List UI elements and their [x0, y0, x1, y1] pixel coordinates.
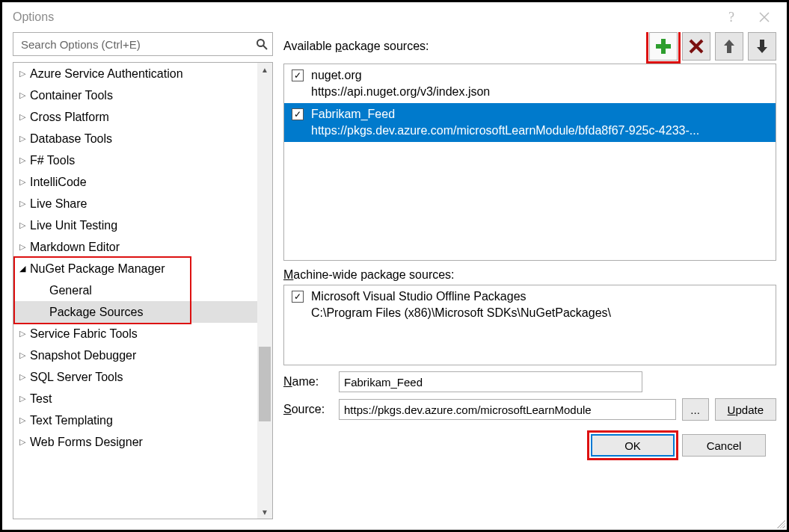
- options-tree: ▷Azure Service Authentication▷Container …: [13, 62, 273, 519]
- close-button[interactable]: [748, 6, 781, 28]
- tree-item[interactable]: Package Sources: [13, 301, 257, 323]
- tree-item-label: Package Sources: [28, 306, 143, 319]
- tree-item[interactable]: ▷IntelliCode: [13, 171, 257, 193]
- tree-item-label: Cross Platform: [28, 111, 109, 124]
- tree-item-label: Web Forms Designer: [28, 436, 143, 449]
- tree-item-label: Service Fabric Tools: [28, 327, 138, 341]
- tree-item[interactable]: ▷SQL Server Tools: [13, 366, 257, 388]
- available-sources-label: Available package sources:: [283, 40, 649, 53]
- name-input[interactable]: [339, 371, 642, 392]
- svg-line-2: [263, 46, 267, 49]
- source-name: Fabrikam_Feed: [311, 106, 776, 123]
- tree-item-label: Container Tools: [28, 89, 113, 102]
- source-url: C:\Program Files (x86)\Microsoft SDKs\Nu…: [311, 305, 776, 321]
- tree-item[interactable]: ▷Text Templating: [13, 409, 257, 431]
- source-url: https://api.nuget.org/v3/index.json: [311, 84, 776, 100]
- source-name: Microsoft Visual Studio Offline Packages: [311, 288, 776, 305]
- tree-item[interactable]: ▷Snapshot Debugger: [13, 344, 257, 366]
- package-source-item[interactable]: ✓nuget.orghttps://api.nuget.org/v3/index…: [284, 64, 776, 103]
- tree-item-label: F# Tools: [28, 154, 75, 167]
- tree-item-label: Database Tools: [28, 132, 112, 146]
- tree-item-label: General: [28, 284, 92, 297]
- name-label: Name:: [283, 375, 333, 389]
- tree-item-label: Live Share: [28, 197, 88, 211]
- tree-item-label: Text Templating: [28, 414, 113, 427]
- tree-item[interactable]: ◢NuGet Package Manager: [13, 258, 257, 279]
- tree-item[interactable]: ▷Service Fabric Tools: [13, 323, 257, 344]
- search-options[interactable]: [13, 32, 273, 56]
- package-source-item[interactable]: ✓Fabrikam_Feedhttps://pkgs.dev.azure.com…: [284, 103, 776, 142]
- tree-item-label: IntelliCode: [28, 176, 87, 189]
- help-button[interactable]: ?: [715, 6, 748, 28]
- tree-scrollbar[interactable]: ▲ ▼: [257, 63, 272, 519]
- tree-item[interactable]: ▷Database Tools: [13, 128, 257, 149]
- tree-item[interactable]: ▷F# Tools: [13, 149, 257, 171]
- ok-button[interactable]: OK: [591, 434, 675, 457]
- source-checkbox[interactable]: ✓: [292, 108, 304, 120]
- source-checkbox[interactable]: ✓: [292, 69, 304, 81]
- scroll-down-icon[interactable]: ▼: [257, 505, 272, 519]
- tree-item[interactable]: ▷Container Tools: [13, 84, 257, 106]
- window-title: Options: [13, 10, 54, 24]
- tree-item-label: Live Unit Testing: [28, 219, 117, 232]
- source-label: Source:: [283, 403, 333, 416]
- tree-item-label: NuGet Package Manager: [28, 262, 165, 276]
- move-down-button[interactable]: [748, 32, 776, 61]
- tree-item-label: SQL Server Tools: [28, 371, 123, 384]
- tree-item[interactable]: ▷Markdown Editor: [13, 236, 257, 258]
- svg-point-1: [257, 40, 264, 46]
- options-tree-panel: ▷Azure Service Authentication▷Container …: [13, 32, 273, 519]
- tree-item[interactable]: ▷Test: [13, 388, 257, 409]
- source-name: nuget.org: [311, 67, 776, 84]
- tree-item[interactable]: ▷Azure Service Authentication: [13, 63, 257, 84]
- source-input[interactable]: [339, 399, 676, 420]
- package-sources-panel: Available package sources:: [283, 32, 776, 519]
- options-dialog: Options ? ▷Azure Service Authentication▷…: [0, 0, 789, 532]
- tree-item[interactable]: ▷Live Share: [13, 193, 257, 214]
- tree-item-label: Test: [28, 392, 52, 406]
- machine-sources-label: Machine-wide package sources:: [283, 268, 776, 282]
- titlebar: Options ?: [2, 2, 787, 32]
- tree-item-label: Snapshot Debugger: [28, 349, 136, 362]
- scroll-thumb[interactable]: [259, 347, 271, 421]
- resize-grip[interactable]: [775, 518, 785, 528]
- tree-item[interactable]: ▷Web Forms Designer: [13, 431, 257, 453]
- cancel-button[interactable]: Cancel: [682, 434, 766, 457]
- source-url: https://pkgs.dev.azure.com/microsoftLear…: [311, 123, 776, 139]
- browse-button[interactable]: ...: [682, 398, 709, 421]
- machine-sources-list[interactable]: ✓Microsoft Visual Studio Offline Package…: [283, 285, 776, 365]
- source-checkbox[interactable]: ✓: [292, 291, 304, 303]
- tree-item[interactable]: ▷Live Unit Testing: [13, 214, 257, 236]
- tree-item[interactable]: General: [13, 279, 257, 301]
- tree-item-label: Azure Service Authentication: [28, 67, 183, 81]
- search-icon: [256, 38, 268, 50]
- tree-item-label: Markdown Editor: [28, 241, 120, 254]
- remove-source-button[interactable]: [682, 32, 710, 61]
- search-input[interactable]: [19, 37, 256, 52]
- svg-rect-4: [656, 44, 671, 49]
- available-sources-list[interactable]: ✓nuget.orghttps://api.nuget.org/v3/index…: [283, 64, 776, 261]
- add-source-button[interactable]: [649, 32, 678, 61]
- update-button[interactable]: Update: [715, 398, 776, 421]
- tree-item[interactable]: ▷Cross Platform: [13, 106, 257, 128]
- svg-text:?: ?: [728, 10, 734, 25]
- scroll-up-icon[interactable]: ▲: [257, 63, 272, 76]
- package-source-item[interactable]: ✓Microsoft Visual Studio Offline Package…: [284, 285, 776, 324]
- move-up-button[interactable]: [715, 32, 743, 61]
